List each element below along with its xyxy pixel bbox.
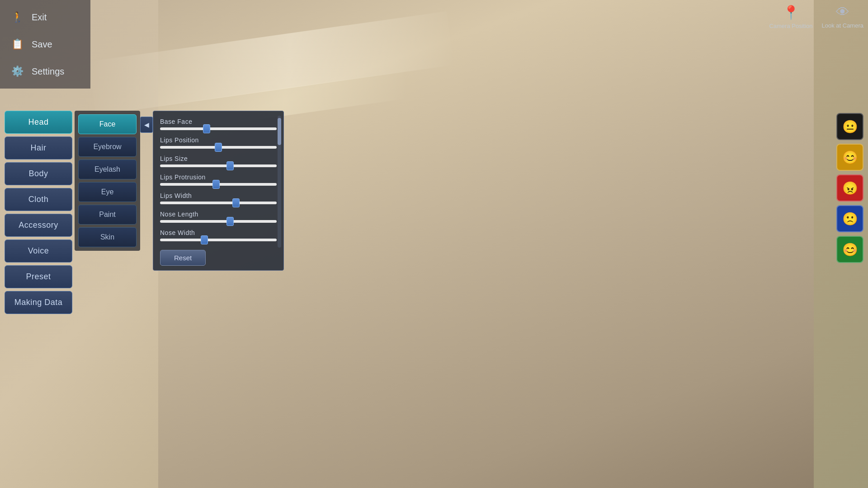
sidebar-item-accessory[interactable]: Accessory [5, 214, 72, 237]
slider-label-nose-length: Nose Length [160, 211, 277, 218]
slider-track-lips-position[interactable] [160, 146, 277, 149]
sidebar-item-making-data[interactable]: Making Data [5, 291, 72, 314]
emotion-btn-neutral[interactable]: 😐 [836, 113, 863, 140]
slider-track-lips-width[interactable] [160, 202, 277, 204]
slider-row-base-face: Base Face [160, 118, 277, 130]
sub-item-eye[interactable]: Eye [78, 182, 137, 202]
slider-thumb-lips-size[interactable] [226, 161, 234, 170]
slider-track-lips-protrusion[interactable] [160, 183, 277, 186]
top-menu: 🚶 Exit 📋 Save ⚙️ Settings [0, 0, 90, 89]
save-icon: 📋 [8, 35, 26, 53]
slider-thumb-lips-protrusion[interactable] [212, 180, 220, 189]
sub-item-eyelash[interactable]: Eyelash [78, 160, 137, 179]
sidebar-item-hair[interactable]: Hair [5, 136, 72, 160]
slider-track-base-face[interactable] [160, 127, 277, 130]
emotion-panel: 😐😊😠🙁😊 [836, 113, 863, 263]
sub-item-eyebrow[interactable]: Eyebrow [78, 137, 137, 157]
slider-row-nose-length: Nose Length [160, 211, 277, 223]
sidebar-item-body[interactable]: Body [5, 162, 72, 185]
sliders-content: Base FaceLips PositionLips SizeLips Prot… [160, 118, 277, 248]
exit-icon: 🚶 [8, 8, 26, 26]
scrollbar-thumb[interactable] [278, 118, 281, 145]
camera-position-icon: 📍 [783, 5, 799, 20]
sub-item-face[interactable]: Face [78, 114, 137, 134]
slider-label-lips-width: Lips Width [160, 192, 277, 199]
slider-thumb-lips-position[interactable] [215, 143, 222, 152]
emotion-btn-angry[interactable]: 😠 [836, 174, 863, 202]
slider-label-nose-width: Nose Width [160, 229, 277, 236]
collapse-icon: ◀ [144, 121, 149, 128]
slider-thumb-nose-length[interactable] [226, 217, 234, 226]
sidebar-item-head[interactable]: Head [5, 111, 72, 134]
camera-position-button[interactable]: 📍 Camera Position [769, 5, 812, 29]
slider-thumb-base-face[interactable] [203, 124, 210, 133]
sub-item-skin[interactable]: Skin [78, 227, 137, 247]
camera-position-label: Camera Position [769, 23, 812, 29]
save-label: Save [32, 39, 52, 50]
slider-row-lips-width: Lips Width [160, 192, 277, 204]
reset-button[interactable]: Reset [160, 250, 206, 266]
sidebar-item-preset[interactable]: Preset [5, 265, 72, 288]
sub-panel: FaceEyebrowEyelashEyePaintSkin [75, 111, 140, 251]
slider-row-lips-protrusion: Lips Protrusion [160, 174, 277, 186]
slider-row-lips-position: Lips Position [160, 136, 277, 149]
slider-row-lips-size: Lips Size [160, 155, 277, 167]
look-at-camera-button[interactable]: 👁 Look at Camera [822, 5, 864, 29]
exit-button[interactable]: 🚶 Exit [5, 4, 86, 31]
settings-icon: ⚙️ [8, 62, 26, 80]
slider-label-lips-size: Lips Size [160, 155, 277, 162]
slider-track-lips-size[interactable] [160, 164, 277, 167]
slider-track-nose-length[interactable] [160, 220, 277, 223]
slider-thumb-nose-width[interactable] [201, 235, 208, 244]
sidebar: HeadHairBodyClothAccessoryVoicePresetMak… [5, 111, 72, 314]
look-at-camera-label: Look at Camera [822, 22, 864, 29]
settings-button[interactable]: ⚙️ Settings [5, 58, 86, 85]
emotion-btn-smile[interactable]: 😊 [836, 236, 863, 263]
sub-item-paint[interactable]: Paint [78, 205, 137, 225]
scrollbar[interactable] [278, 116, 281, 248]
settings-label: Settings [32, 66, 64, 77]
slider-row-nose-width: Nose Width [160, 229, 277, 241]
slider-thumb-lips-width[interactable] [232, 198, 240, 207]
sidebar-item-cloth[interactable]: Cloth [5, 188, 72, 211]
exit-label: Exit [32, 12, 47, 23]
save-button[interactable]: 📋 Save [5, 31, 86, 58]
emotion-btn-happy[interactable]: 😊 [836, 144, 863, 171]
collapse-button[interactable]: ◀ [140, 117, 153, 133]
camera-controls: 📍 Camera Position 👁 Look at Camera [769, 5, 863, 29]
slider-label-base-face: Base Face [160, 118, 277, 125]
slider-track-nose-width[interactable] [160, 239, 277, 241]
sliders-panel: Base FaceLips PositionLips SizeLips Prot… [153, 111, 284, 271]
emotion-btn-sad[interactable]: 🙁 [836, 205, 863, 232]
look-at-camera-icon: 👁 [836, 5, 849, 20]
sidebar-item-voice[interactable]: Voice [5, 239, 72, 263]
